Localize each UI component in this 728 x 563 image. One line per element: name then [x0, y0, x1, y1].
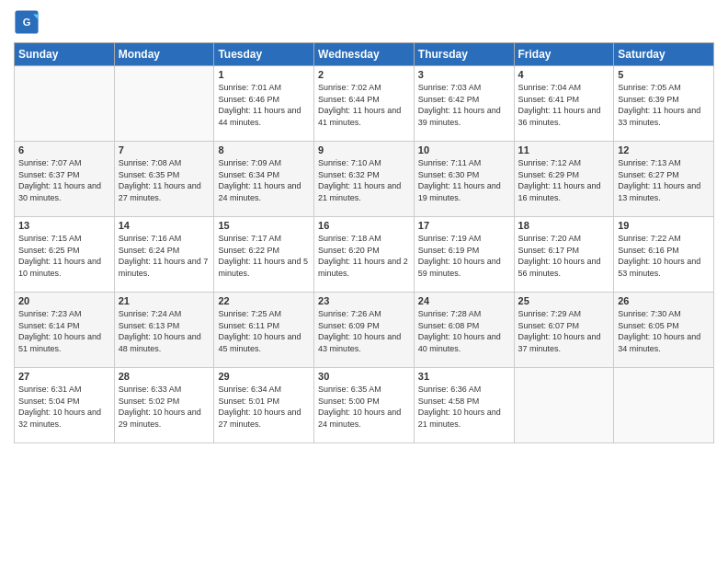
column-header-monday: Monday — [114, 43, 214, 66]
calendar-cell: 2Sunrise: 7:02 AM Sunset: 6:44 PM Daylig… — [314, 66, 415, 142]
day-info: Sunrise: 7:18 AM Sunset: 6:20 PM Dayligh… — [318, 233, 410, 279]
calendar-cell — [114, 66, 214, 142]
day-number: 25 — [518, 295, 610, 306]
day-number: 5 — [618, 69, 710, 80]
calendar-cell: 16Sunrise: 7:18 AM Sunset: 6:20 PM Dayli… — [314, 217, 415, 293]
day-number: 30 — [318, 371, 410, 382]
day-info: Sunrise: 7:20 AM Sunset: 6:17 PM Dayligh… — [518, 233, 610, 279]
day-number: 18 — [518, 220, 610, 231]
day-info: Sunrise: 7:11 AM Sunset: 6:30 PM Dayligh… — [418, 157, 510, 203]
calendar-cell: 28Sunrise: 6:33 AM Sunset: 5:02 PM Dayli… — [114, 368, 214, 443]
calendar-cell: 4Sunrise: 7:04 AM Sunset: 6:41 PM Daylig… — [514, 66, 614, 142]
calendar-cell: 25Sunrise: 7:29 AM Sunset: 6:07 PM Dayli… — [514, 293, 614, 368]
calendar-cell: 15Sunrise: 7:17 AM Sunset: 6:22 PM Dayli… — [214, 217, 314, 293]
calendar-cell: 11Sunrise: 7:12 AM Sunset: 6:29 PM Dayli… — [514, 142, 614, 217]
calendar-cell: 8Sunrise: 7:09 AM Sunset: 6:34 PM Daylig… — [214, 142, 314, 217]
day-info: Sunrise: 7:28 AM Sunset: 6:08 PM Dayligh… — [418, 308, 510, 354]
column-header-friday: Friday — [514, 43, 614, 66]
calendar-cell: 23Sunrise: 7:26 AM Sunset: 6:09 PM Dayli… — [314, 293, 415, 368]
column-header-wednesday: Wednesday — [314, 43, 415, 66]
day-info: Sunrise: 7:09 AM Sunset: 6:34 PM Dayligh… — [218, 157, 310, 203]
column-header-thursday: Thursday — [414, 43, 514, 66]
day-number: 8 — [218, 144, 310, 155]
calendar-cell: 9Sunrise: 7:10 AM Sunset: 6:32 PM Daylig… — [314, 142, 415, 217]
calendar-cell: 22Sunrise: 7:25 AM Sunset: 6:11 PM Dayli… — [214, 293, 314, 368]
day-info: Sunrise: 7:22 AM Sunset: 6:16 PM Dayligh… — [618, 233, 710, 279]
column-header-tuesday: Tuesday — [214, 43, 314, 66]
day-number: 29 — [218, 371, 310, 382]
day-info: Sunrise: 7:24 AM Sunset: 6:13 PM Dayligh… — [119, 308, 210, 354]
day-number: 7 — [119, 144, 210, 155]
day-number: 1 — [218, 69, 310, 80]
day-info: Sunrise: 7:19 AM Sunset: 6:19 PM Dayligh… — [418, 233, 510, 279]
calendar-cell: 30Sunrise: 6:35 AM Sunset: 5:00 PM Dayli… — [314, 368, 415, 443]
day-number: 11 — [518, 144, 610, 155]
day-number: 19 — [618, 220, 710, 231]
day-info: Sunrise: 7:04 AM Sunset: 6:41 PM Dayligh… — [518, 82, 610, 128]
calendar-cell: 12Sunrise: 7:13 AM Sunset: 6:27 PM Dayli… — [614, 142, 714, 217]
day-info: Sunrise: 7:02 AM Sunset: 6:44 PM Dayligh… — [318, 82, 410, 128]
day-info: Sunrise: 7:29 AM Sunset: 6:07 PM Dayligh… — [518, 308, 610, 354]
day-info: Sunrise: 7:03 AM Sunset: 6:42 PM Dayligh… — [418, 82, 510, 128]
calendar-cell: 18Sunrise: 7:20 AM Sunset: 6:17 PM Dayli… — [514, 217, 614, 293]
day-info: Sunrise: 7:13 AM Sunset: 6:27 PM Dayligh… — [618, 157, 710, 203]
calendar-cell: 24Sunrise: 7:28 AM Sunset: 6:08 PM Dayli… — [414, 293, 514, 368]
calendar-cell: 29Sunrise: 6:34 AM Sunset: 5:01 PM Dayli… — [214, 368, 314, 443]
logo-icon: G — [14, 9, 40, 35]
day-info: Sunrise: 6:36 AM Sunset: 4:58 PM Dayligh… — [418, 384, 510, 430]
calendar-cell: 19Sunrise: 7:22 AM Sunset: 6:16 PM Dayli… — [614, 217, 714, 293]
svg-text:G: G — [23, 17, 31, 28]
calendar-cell: 17Sunrise: 7:19 AM Sunset: 6:19 PM Dayli… — [414, 217, 514, 293]
day-number: 12 — [618, 144, 710, 155]
calendar-table: SundayMondayTuesdayWednesdayThursdayFrid… — [14, 42, 714, 443]
day-number: 31 — [418, 371, 510, 382]
column-header-sunday: Sunday — [15, 43, 115, 66]
day-number: 17 — [418, 220, 510, 231]
day-number: 21 — [119, 295, 210, 306]
day-number: 9 — [318, 144, 410, 155]
calendar-cell: 27Sunrise: 6:31 AM Sunset: 5:04 PM Dayli… — [15, 368, 115, 443]
day-number: 23 — [318, 295, 410, 306]
day-number: 14 — [119, 220, 210, 231]
calendar-cell: 10Sunrise: 7:11 AM Sunset: 6:30 PM Dayli… — [414, 142, 514, 217]
calendar-cell: 6Sunrise: 7:07 AM Sunset: 6:37 PM Daylig… — [15, 142, 115, 217]
day-info: Sunrise: 7:07 AM Sunset: 6:37 PM Dayligh… — [18, 157, 110, 203]
day-info: Sunrise: 7:01 AM Sunset: 6:46 PM Dayligh… — [218, 82, 310, 128]
calendar-cell — [614, 368, 714, 443]
day-number: 16 — [318, 220, 410, 231]
day-number: 15 — [218, 220, 310, 231]
day-info: Sunrise: 6:31 AM Sunset: 5:04 PM Dayligh… — [18, 384, 110, 430]
day-number: 20 — [18, 295, 110, 306]
day-number: 24 — [418, 295, 510, 306]
day-info: Sunrise: 7:25 AM Sunset: 6:11 PM Dayligh… — [218, 308, 310, 354]
calendar-cell: 31Sunrise: 6:36 AM Sunset: 4:58 PM Dayli… — [414, 368, 514, 443]
day-info: Sunrise: 6:33 AM Sunset: 5:02 PM Dayligh… — [119, 384, 210, 430]
calendar-cell: 14Sunrise: 7:16 AM Sunset: 6:24 PM Dayli… — [114, 217, 214, 293]
day-info: Sunrise: 7:15 AM Sunset: 6:25 PM Dayligh… — [18, 233, 110, 279]
day-info: Sunrise: 7:23 AM Sunset: 6:14 PM Dayligh… — [18, 308, 110, 354]
logo: G — [14, 9, 43, 35]
day-info: Sunrise: 7:30 AM Sunset: 6:05 PM Dayligh… — [618, 308, 710, 354]
day-number: 22 — [218, 295, 310, 306]
calendar-cell: 26Sunrise: 7:30 AM Sunset: 6:05 PM Dayli… — [614, 293, 714, 368]
day-number: 13 — [18, 220, 110, 231]
calendar-cell: 5Sunrise: 7:05 AM Sunset: 6:39 PM Daylig… — [614, 66, 714, 142]
calendar-cell: 3Sunrise: 7:03 AM Sunset: 6:42 PM Daylig… — [414, 66, 514, 142]
day-info: Sunrise: 6:35 AM Sunset: 5:00 PM Dayligh… — [318, 384, 410, 430]
day-info: Sunrise: 6:34 AM Sunset: 5:01 PM Dayligh… — [218, 384, 310, 430]
day-number: 26 — [618, 295, 710, 306]
day-number: 4 — [518, 69, 610, 80]
day-info: Sunrise: 7:12 AM Sunset: 6:29 PM Dayligh… — [518, 157, 610, 203]
day-number: 3 — [418, 69, 510, 80]
day-info: Sunrise: 7:08 AM Sunset: 6:35 PM Dayligh… — [119, 157, 210, 203]
day-number: 10 — [418, 144, 510, 155]
calendar-cell: 20Sunrise: 7:23 AM Sunset: 6:14 PM Dayli… — [15, 293, 115, 368]
day-number: 2 — [318, 69, 410, 80]
day-info: Sunrise: 7:16 AM Sunset: 6:24 PM Dayligh… — [119, 233, 210, 279]
column-header-saturday: Saturday — [614, 43, 714, 66]
day-info: Sunrise: 7:17 AM Sunset: 6:22 PM Dayligh… — [218, 233, 310, 279]
calendar-cell — [514, 368, 614, 443]
day-info: Sunrise: 7:05 AM Sunset: 6:39 PM Dayligh… — [618, 82, 710, 128]
calendar-cell: 21Sunrise: 7:24 AM Sunset: 6:13 PM Dayli… — [114, 293, 214, 368]
day-number: 27 — [18, 371, 110, 382]
